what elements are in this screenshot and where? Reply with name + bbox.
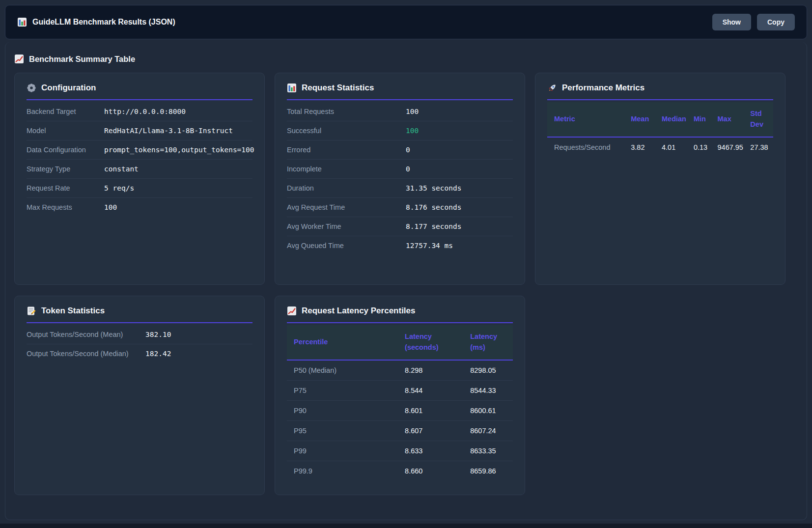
kv-label: Strategy Type [27, 165, 104, 173]
kv-row: Output Tokens/Second (Median)182.42 [27, 344, 252, 363]
table-cell: 8.544 [405, 380, 470, 400]
table-cell: 8600.61 [470, 400, 513, 420]
table-cell: 8544.33 [470, 380, 513, 400]
table-cell: 0.13 [694, 137, 718, 157]
table-cell: 8607.24 [470, 420, 513, 441]
table-row: Requests/Second3.824.010.139467.9527.38 [547, 137, 773, 157]
table-row: P998.6338633.35 [287, 441, 513, 461]
kv-row: Strategy Typeconstant [27, 159, 252, 178]
latency-percentiles-title-text: Request Latency Percentiles [302, 306, 415, 316]
chart-increasing-icon [287, 306, 297, 316]
kv-row: Successful100 [287, 121, 513, 140]
kv-label: Backend Target [27, 108, 104, 115]
table-row: P99.98.6608659.86 [287, 461, 513, 481]
token-statistics-title-text: Token Statistics [41, 306, 105, 316]
table-header-cell: Max [718, 102, 751, 137]
token-statistics-accent-rule [27, 322, 252, 323]
table-cell: 8633.35 [470, 441, 513, 461]
table-cell: 8.298 [405, 360, 470, 381]
kv-label: Incomplete [287, 165, 406, 173]
table-cell: P75 [287, 380, 405, 400]
latency-percentiles-card-title: Request Latency Percentiles [287, 306, 513, 316]
token-statistics-card: Token Statistics Output Tokens/Second (M… [14, 296, 265, 495]
table-cell: P90 [287, 400, 405, 420]
latency-percentiles-card: Request Latency Percentiles PercentileLa… [275, 296, 525, 495]
kv-label: Avg Request Time [287, 203, 406, 211]
kv-value: RedHatAI/Llama-3.1-8B-Instruct [104, 127, 252, 135]
table-row: P958.6078607.24 [287, 420, 513, 441]
gear-icon [27, 83, 36, 93]
request-statistics-card-title: Request Statistics [287, 83, 513, 93]
table-header-cell: Std Dev [750, 102, 773, 137]
table-header-cell: Latency (seconds) [405, 325, 470, 360]
table-row: P908.6018600.61 [287, 400, 513, 420]
kv-row: Avg Worker Time8.177 seconds [287, 217, 513, 236]
kv-value: 8.177 seconds [406, 222, 513, 230]
chart-increasing-icon [14, 54, 24, 64]
kv-row: Incomplete0 [287, 159, 513, 178]
header-bar: GuideLLM Benchmark Results (JSON) Show C… [5, 5, 807, 39]
kv-value: http://0.0.0.0:8000 [104, 108, 252, 115]
table-cell: 8.601 [405, 400, 470, 420]
kv-value: 0 [406, 165, 513, 173]
table-header-cell: Percentile [287, 325, 405, 360]
kv-value: prompt_tokens=100,output_tokens=100 [104, 146, 254, 154]
kv-label: Model [27, 127, 104, 135]
table-header-cell: Metric [547, 102, 631, 137]
kv-row: Avg Queued Time12757.34 ms [287, 236, 513, 255]
bar-chart-icon [287, 83, 297, 93]
table-cell: P95 [287, 420, 405, 441]
table-cell: 8659.86 [470, 461, 513, 481]
kv-row: Backend Targethttp://0.0.0.0:8000 [27, 102, 252, 121]
table-cell: 8.660 [405, 461, 470, 481]
kv-value: 8.176 seconds [406, 203, 513, 211]
performance-metrics-accent-rule [547, 99, 773, 100]
performance-metrics-card: Performance Metrics MetricMeanMedianMinM… [535, 73, 785, 285]
kv-row: ModelRedHatAI/Llama-3.1-8B-Instruct [27, 121, 252, 140]
table-cell: P50 (Median) [287, 360, 405, 381]
table-row: P50 (Median)8.2988298.05 [287, 360, 513, 381]
section-heading: Benchmark Summary Table [14, 54, 798, 64]
table-cell: 4.01 [662, 137, 694, 157]
table-header-cell: Median [662, 102, 694, 137]
copy-button[interactable]: Copy [757, 14, 795, 30]
kv-label: Total Requests [287, 108, 406, 115]
bar-chart-icon [17, 17, 27, 27]
header-title-group: GuideLLM Benchmark Results (JSON) [17, 17, 175, 27]
rocket-icon [547, 83, 557, 93]
kv-label: Successful [287, 127, 406, 135]
kv-value: 382.10 [145, 331, 252, 338]
configuration-card-title: Configuration [27, 83, 252, 93]
kv-label: Avg Worker Time [287, 222, 406, 230]
table-cell: 8.633 [405, 441, 470, 461]
configuration-title-text: Configuration [41, 83, 96, 93]
kv-row: Total Requests100 [287, 102, 513, 121]
kv-row: Output Tokens/Second (Mean)382.10 [27, 325, 252, 344]
request-statistics-card: Request Statistics Total Requests100Succ… [275, 73, 525, 285]
kv-label: Output Tokens/Second (Mean) [27, 331, 145, 338]
performance-metrics-card-title: Performance Metrics [547, 83, 773, 93]
table-header-cell: Mean [631, 102, 662, 137]
kv-row: Duration31.35 seconds [287, 178, 513, 197]
show-button[interactable]: Show [712, 14, 751, 30]
request-statistics-accent-rule [287, 99, 513, 100]
performance-metrics-title-text: Performance Metrics [562, 83, 644, 93]
cards-row-top: Configuration Backend Targethttp://0.0.0… [14, 73, 798, 285]
table-row: P758.5448544.33 [287, 380, 513, 400]
kv-value: 100 [406, 108, 513, 115]
kv-label: Output Tokens/Second (Median) [27, 350, 145, 358]
kv-row: Max Requests100 [27, 197, 252, 217]
token-statistics-kv-list: Output Tokens/Second (Mean)382.10Output … [27, 325, 252, 363]
bottom-strip [0, 524, 812, 528]
kv-row: Data Configurationprompt_tokens=100,outp… [27, 140, 252, 159]
kv-label: Max Requests [27, 203, 104, 211]
kv-label: Errored [287, 146, 406, 154]
table-header-cell: Latency (ms) [470, 325, 513, 360]
kv-value: 100 [406, 127, 513, 135]
performance-metrics-table: MetricMeanMedianMinMaxStd DevRequests/Se… [547, 102, 773, 157]
configuration-card: Configuration Backend Targethttp://0.0.0… [14, 73, 265, 285]
table-header-row: PercentileLatency (seconds)Latency (ms) [287, 325, 513, 360]
latency-percentiles-accent-rule [287, 322, 513, 323]
latency-percentiles-table: PercentileLatency (seconds)Latency (ms)P… [287, 325, 513, 481]
table-cell: Requests/Second [547, 137, 631, 157]
